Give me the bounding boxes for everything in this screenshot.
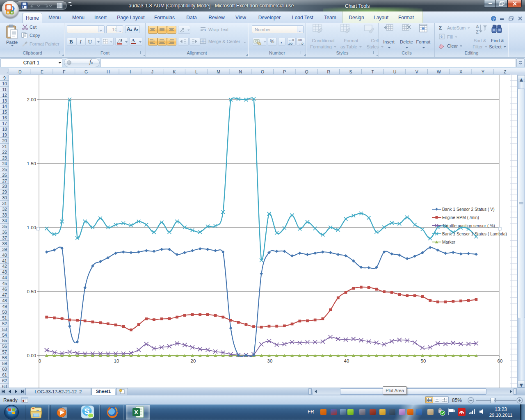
svg-text:12: 12 [2,93,7,98]
svg-text:17: 17 [2,121,7,126]
svg-text:10: 10 [2,81,7,86]
svg-text:50: 50 [421,358,426,363]
svg-text:P: P [283,69,286,74]
svg-text:62: 62 [2,378,7,383]
svg-text:E: E [41,69,43,74]
svg-text:45: 45 [2,281,7,286]
svg-text:52: 52 [2,321,7,326]
svg-text:63: 63 [2,384,7,388]
svg-text:D: D [18,69,22,74]
svg-text:V: V [415,69,418,74]
svg-text:O: O [261,69,264,74]
svg-text:F: F [63,69,65,74]
svg-text:W: W [437,69,441,74]
svg-text:S: S [349,69,352,74]
svg-text:36: 36 [2,230,7,235]
svg-text:43: 43 [2,269,7,274]
svg-text:54: 54 [2,333,7,338]
svg-text:R: R [327,69,330,74]
svg-text:46: 46 [2,287,7,292]
svg-text:60: 60 [2,367,7,372]
svg-text:39: 39 [2,247,7,252]
svg-text:A: A [476,24,479,29]
svg-text:61: 61 [2,372,7,377]
svg-text:55: 55 [2,338,7,343]
svg-text:47: 47 [2,292,7,297]
svg-text:Q: Q [305,69,308,74]
svg-text:Bank 1 Sensor 1 Status ( Lambd: Bank 1 Sensor 1 Status ( Lambda) [442,232,507,236]
svg-text:X: X [134,409,138,415]
svg-text:58: 58 [2,355,7,360]
svg-text:48: 48 [2,298,7,303]
svg-text:34: 34 [2,218,7,223]
svg-text:I: I [130,69,131,74]
svg-text:27: 27 [2,178,7,183]
svg-text:Z: Z [504,69,507,74]
svg-text:Marker: Marker [442,240,456,244]
svg-text:41: 41 [2,258,7,263]
svg-text:1.00: 1.00 [27,225,36,230]
svg-text:26: 26 [2,173,7,178]
svg-text:30: 30 [2,195,7,200]
svg-text:X: X [459,69,462,74]
svg-text:56: 56 [2,344,7,349]
svg-text:50: 50 [2,310,7,315]
svg-text:22: 22 [2,150,7,155]
svg-text:1.50: 1.50 [27,161,36,166]
svg-text:U: U [393,69,397,74]
svg-text:15: 15 [2,110,7,114]
svg-text:37: 37 [2,235,7,240]
svg-text:59: 59 [2,361,7,366]
svg-text:?: ? [493,17,495,21]
svg-text:L: L [195,69,198,74]
svg-text:19: 19 [2,132,7,137]
svg-text:9: 9 [3,75,6,80]
svg-text:31: 31 [2,201,7,206]
svg-text:Engine RPM ( /min): Engine RPM ( /min) [442,215,479,220]
svg-text:Y: Y [482,69,484,74]
svg-text:18: 18 [2,127,7,132]
svg-text:40: 40 [344,358,349,363]
svg-text:Z: Z [476,30,479,34]
svg-text:24: 24 [2,161,7,166]
svg-text:53: 53 [2,327,7,332]
svg-text:16: 16 [2,115,7,120]
svg-text:Bank 1 Sensor 2 Status ( V): Bank 1 Sensor 2 Status ( V) [442,207,495,212]
svg-text:13: 13 [2,98,7,103]
svg-text:42: 42 [2,264,7,269]
svg-text:Throttle position sensor ( %): Throttle position sensor ( %) [442,224,495,228]
svg-text:H: H [107,69,110,74]
svg-text:29: 29 [2,189,7,194]
svg-text:2.00: 2.00 [27,97,36,102]
svg-text:G: G [84,69,88,74]
svg-text:49: 49 [2,304,7,309]
svg-text:11: 11 [2,87,7,92]
svg-text:21: 21 [2,144,7,149]
svg-text:60: 60 [498,358,503,363]
svg-text:N: N [239,69,242,74]
svg-text:10: 10 [114,358,119,363]
svg-text:0.50: 0.50 [27,289,36,294]
svg-text:M: M [217,69,220,74]
svg-text:40: 40 [2,253,7,258]
svg-text:25: 25 [2,167,7,172]
svg-text:0: 0 [39,358,41,363]
svg-text:38: 38 [2,241,7,246]
svg-text:J: J [151,69,153,74]
svg-text:57: 57 [2,349,7,354]
svg-text:0.00: 0.00 [27,353,36,358]
svg-text:30: 30 [267,358,273,363]
svg-text:32: 32 [2,207,7,212]
svg-text:23: 23 [2,155,7,160]
svg-text:K: K [173,69,176,74]
svg-text:28: 28 [2,184,7,189]
svg-text:20: 20 [2,138,7,143]
svg-text:51: 51 [2,315,7,320]
svg-text:35: 35 [2,224,7,229]
svg-text:T: T [371,69,374,74]
svg-text:14: 14 [2,104,7,109]
svg-text:33: 33 [2,212,7,217]
svg-text:20: 20 [191,358,196,363]
svg-text:44: 44 [2,275,7,280]
